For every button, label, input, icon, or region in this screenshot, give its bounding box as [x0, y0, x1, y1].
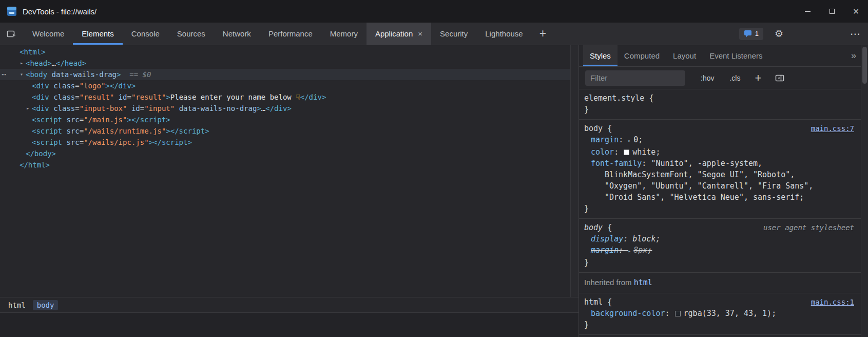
- tab-label: Network: [223, 29, 251, 38]
- style-rule: element.style {}: [579, 89, 861, 120]
- close-brace: }: [584, 257, 856, 268]
- toolbar-right: 1 ⚙ ⋯: [739, 23, 868, 45]
- close-tab-icon[interactable]: ×: [418, 29, 422, 38]
- code-token: =: [75, 80, 79, 91]
- titlebar: DevTools - file://wails/ ×: [0, 0, 868, 23]
- css-declaration[interactable]: color: white;: [584, 146, 825, 158]
- css-property-name: background-color: [591, 309, 665, 318]
- stylesheet-link[interactable]: main.css:1: [811, 296, 854, 308]
- expand-arrow-icon[interactable]: ▸: [628, 248, 631, 254]
- code-token: <head>: [26, 58, 52, 69]
- elements-panel: <html>▸<head>…</head>⋯▾<body data-wails-…: [0, 45, 578, 337]
- code-token: "result": [80, 91, 114, 103]
- dom-tree-row[interactable]: <html>: [0, 46, 578, 58]
- tab-label: Welcome: [32, 29, 64, 38]
- css-declaration[interactable]: display: block;: [584, 233, 825, 245]
- tab-lighthouse[interactable]: Lighthouse: [476, 23, 531, 45]
- code-token: >: [117, 69, 121, 80]
- tab-performance[interactable]: Performance: [260, 23, 321, 45]
- inspect-element-button[interactable]: [0, 23, 24, 45]
- expand-arrow-icon[interactable]: ▸: [17, 58, 26, 69]
- css-declaration[interactable]: margin: ▸8px;: [584, 245, 825, 257]
- dom-tree-row[interactable]: ▸<div class="input-box" id="input" data-…: [0, 103, 578, 114]
- tab-security[interactable]: Security: [431, 23, 476, 45]
- tab-welcome[interactable]: Welcome: [24, 23, 73, 45]
- code-token: >: [166, 91, 170, 103]
- dom-tree-row[interactable]: <script src="/wails/runtime.js"></script…: [0, 125, 578, 137]
- css-property-value: 0: [633, 135, 638, 144]
- css-declaration[interactable]: background-color: rgba(33, 37, 43, 1);: [584, 308, 825, 319]
- tab-sources[interactable]: Sources: [168, 23, 214, 45]
- dom-tree-row[interactable]: <div class="logo"></div>: [0, 80, 578, 91]
- expand-arrow-icon[interactable]: ▸: [628, 138, 631, 143]
- code-token: class: [49, 80, 75, 91]
- scrollbar-thumb[interactable]: [862, 47, 867, 84]
- settings-gear-icon[interactable]: ⚙: [775, 28, 783, 40]
- pseudo-state-button[interactable]: :hov: [701, 74, 714, 82]
- semicolon: ;: [655, 234, 660, 244]
- css-declaration[interactable]: font-family: "Nunito", -apple-system, Bl…: [584, 158, 825, 203]
- dom-tree-row[interactable]: </html>: [0, 159, 578, 171]
- code-token: </script>: [131, 114, 170, 125]
- styles-filter-input[interactable]: [585, 70, 685, 86]
- css-declaration[interactable]: margin: ▸0;: [584, 134, 825, 146]
- css-selector[interactable]: body: [584, 223, 603, 232]
- maximize-button[interactable]: [820, 0, 844, 23]
- dom-tree-row[interactable]: </body>: [0, 148, 578, 159]
- feedback-badge[interactable]: 1: [739, 28, 763, 40]
- rule-header: body {user agent stylesheet: [584, 222, 856, 233]
- computed-sidebar-toggle-icon[interactable]: [775, 73, 785, 83]
- dom-tree: <html>▸<head>…</head>⋯▾<body data-wails-…: [0, 45, 578, 297]
- class-toggle-button[interactable]: .cls: [729, 74, 740, 82]
- code-token: </script>: [170, 125, 209, 137]
- css-selector[interactable]: element.style: [584, 93, 644, 103]
- tab-layout[interactable]: Layout: [666, 45, 703, 66]
- tab-memory[interactable]: Memory: [321, 23, 367, 45]
- tab-network[interactable]: Network: [214, 23, 260, 45]
- code-token: <script: [32, 125, 62, 137]
- breadcrumb-item-body[interactable]: body: [33, 300, 59, 310]
- minimize-button[interactable]: [796, 0, 820, 23]
- expand-arrow-icon[interactable]: ▾: [17, 69, 26, 80]
- tab-application[interactable]: Application×: [367, 23, 431, 45]
- panel-tabs: WelcomeElementsConsoleSourcesNetworkPerf…: [24, 23, 554, 45]
- expand-arrow-icon[interactable]: ▸: [24, 103, 32, 114]
- color-swatch[interactable]: [675, 311, 681, 316]
- close-button[interactable]: ×: [844, 0, 868, 23]
- breadcrumb-item-html[interactable]: html: [4, 300, 30, 310]
- selector-line: body {: [584, 123, 612, 134]
- tab-styles[interactable]: Styles: [583, 45, 618, 66]
- css-property-name: display: [591, 234, 623, 244]
- stylesheet-origin: user agent stylesheet: [763, 222, 854, 233]
- tab-event-listeners[interactable]: Event Listeners: [703, 45, 769, 66]
- tab-elements[interactable]: Elements: [73, 23, 123, 45]
- code-token: <script: [32, 137, 62, 148]
- css-selector[interactable]: body: [584, 124, 603, 133]
- code-token: </body>: [26, 148, 56, 159]
- dom-tree-row[interactable]: ⋯▾<body data-wails-drag> == $0: [0, 69, 578, 80]
- styles-scrollbar[interactable]: [861, 45, 868, 337]
- color-swatch[interactable]: [624, 149, 629, 155]
- code-token: =: [80, 137, 84, 148]
- new-style-rule-button[interactable]: +: [755, 71, 761, 85]
- rule-header: html {main.css:1: [584, 296, 856, 308]
- chat-bubble-icon: [744, 30, 752, 38]
- css-selector[interactable]: html: [584, 297, 603, 307]
- code-token: src: [62, 125, 80, 137]
- node-link[interactable]: html: [634, 278, 652, 287]
- elements-scrollbar[interactable]: [570, 45, 578, 297]
- dom-tree-row[interactable]: ▸<head>…</head>: [0, 58, 578, 69]
- tab-computed[interactable]: Computed: [618, 45, 666, 66]
- more-tabs-button[interactable]: +: [532, 23, 554, 45]
- dom-tree-row[interactable]: <script src="/main.js"></script>: [0, 114, 578, 125]
- code-token: data-wails-drag: [47, 69, 117, 80]
- more-actions-icon[interactable]: ⋯: [0, 69, 11, 80]
- tab-console[interactable]: Console: [123, 23, 168, 45]
- dom-tree-row[interactable]: <div class="result" id="result">Please e…: [0, 91, 578, 103]
- code-token: …: [52, 58, 56, 69]
- tab-label: Memory: [330, 29, 358, 38]
- stylesheet-link[interactable]: main.css:7: [811, 123, 854, 134]
- dom-tree-row[interactable]: <script src="/wails/ipc.js"></script>: [0, 137, 578, 148]
- overflow-tabs-icon[interactable]: »: [846, 45, 861, 66]
- more-menu-icon[interactable]: ⋯: [850, 28, 861, 40]
